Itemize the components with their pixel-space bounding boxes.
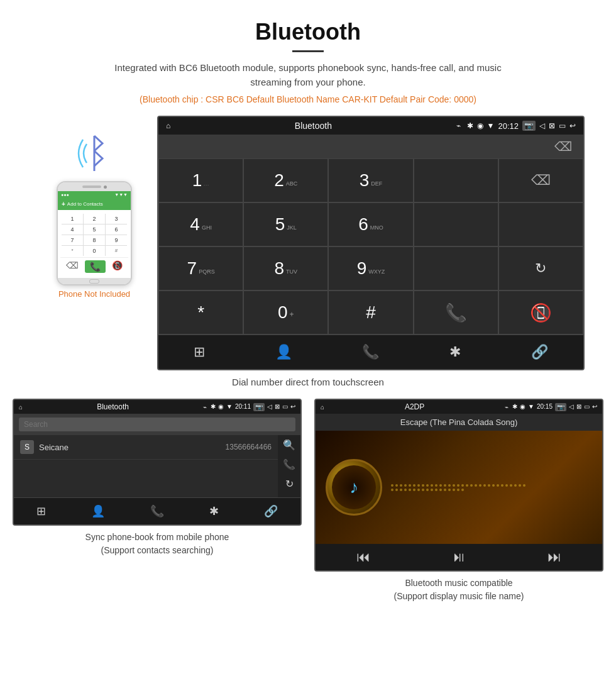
next-track-button[interactable]: ⏭ — [547, 549, 561, 565]
prev-track-button[interactable]: ⏮ — [356, 549, 370, 565]
phone-key-4[interactable]: 4 — [62, 224, 83, 235]
pb-cam-icon: 📷 — [253, 403, 265, 411]
phonebook-item[interactable]: S Seicane 13566664466 — [14, 435, 278, 460]
play-pause-button[interactable]: ⏯ — [452, 549, 466, 565]
a2dp-caption-line1: Bluetooth music compatible — [405, 578, 512, 588]
key-empty-2 — [414, 202, 498, 246]
phonebook-caption-line2: (Support contacts searching) — [101, 545, 214, 555]
phone-key-1[interactable]: 1 — [62, 214, 83, 224]
pb-call-icon[interactable]: 📞 — [283, 458, 295, 470]
phonebook-caption: Sync phone-book from mobile phone (Suppo… — [85, 531, 229, 557]
key-call-red[interactable]: 📵 — [498, 290, 583, 335]
a2dp-x-icon: ⊠ — [576, 403, 581, 411]
pb-bt-icon: ✱ — [211, 403, 216, 411]
key-2[interactable]: 2ABC — [243, 158, 328, 202]
a2dp-rect-icon: ▭ — [584, 403, 590, 411]
back-status-icon: ↩ — [569, 121, 576, 130]
toolbar-grid-icon[interactable]: ⊞ — [184, 341, 215, 363]
key-empty-3 — [498, 202, 583, 246]
music-controls: ⏮ ⏯ ⏭ — [316, 544, 602, 570]
dial-display: ⌫ — [158, 135, 583, 158]
key-0[interactable]: 0+ — [243, 290, 328, 335]
phone-key-hash[interactable]: # — [106, 246, 127, 256]
title-divider — [292, 50, 324, 52]
pb-x-icon: ⊠ — [275, 403, 280, 411]
phone-del-btn[interactable]: ⌫ — [66, 260, 79, 273]
key-7[interactable]: 7PQRS — [158, 246, 243, 290]
key-8[interactable]: 8TUV — [243, 246, 328, 290]
a2dp-usb-icon: ⌁ — [505, 404, 509, 411]
toolbar-link-icon[interactable]: 🔗 — [521, 341, 558, 363]
a2dp-car-screen: ⌂ A2DP ⌁ ✱ ◉ ▼ 20:15 📷 ◁ ⊠ ▭ ↩ Escape (T… — [314, 399, 603, 572]
phonebook-search-bar — [14, 414, 300, 435]
phone-key-7[interactable]: 7 — [62, 235, 83, 245]
key-reload[interactable]: ↻ — [498, 246, 583, 290]
key-3[interactable]: 3DEF — [328, 158, 413, 202]
car-time: 20:12 — [498, 121, 519, 131]
key-empty-4 — [414, 246, 498, 290]
song-title-text: Escape (The Pina Colada Song) — [400, 418, 517, 427]
bottom-toolbar: ⊞ 👤 📞 ✱ 🔗 — [158, 335, 583, 369]
key-backspace[interactable]: ⌫ — [498, 158, 583, 202]
phone-status-bar: ●●● ▼▼▼ — [58, 191, 131, 198]
phone-home-circle — [89, 279, 99, 284]
pb-toolbar-user[interactable]: 👤 — [81, 502, 115, 521]
pb-toolbar-phone[interactable]: 📞 — [140, 502, 174, 521]
a2dp-status-bar: ⌂ A2DP ⌁ ✱ ◉ ▼ 20:15 📷 ◁ ⊠ ▭ ↩ — [316, 400, 602, 414]
pb-toolbar-link[interactable]: 🔗 — [254, 502, 288, 521]
phone-mockup-wrapper: ●●● ▼▼▼ Add to Contacts 1 2 3 4 5 6 7 8 … — [31, 116, 157, 299]
pb-contact-name: Seicane — [39, 443, 226, 452]
pb-list-area: S Seicane 13566664466 — [14, 435, 278, 497]
car-status-icons: ✱ ◉ ▼ 20:12 📷 ◁ ⊠ ▭ ↩ — [467, 121, 576, 131]
phone-key-5[interactable]: 5 — [84, 224, 105, 235]
pb-main-area: S Seicane 13566664466 🔍 📞 ↻ — [14, 435, 300, 497]
pb-time: 20:11 — [235, 403, 251, 411]
phone-end-btn[interactable]: 📵 — [112, 260, 123, 273]
key-empty-1 — [414, 158, 498, 202]
a2dp-caption: Bluetooth music compatible (Support disp… — [394, 577, 524, 603]
album-inner: ♪ — [332, 465, 376, 509]
pb-loc-icon: ◉ — [218, 403, 224, 411]
phone-key-8[interactable]: 8 — [84, 235, 105, 245]
phone-home-button[interactable] — [58, 278, 131, 284]
pb-home-icon[interactable]: ⌂ — [19, 404, 23, 411]
key-hash[interactable]: # — [328, 290, 413, 335]
phone-key-6[interactable]: 6 — [106, 224, 127, 235]
key-9[interactable]: 9WXYZ — [328, 246, 413, 290]
pb-search-icon[interactable]: 🔍 — [283, 439, 295, 451]
signal-status-icon: ▼ — [487, 121, 495, 130]
phone-call-btn[interactable]: 📞 — [85, 260, 106, 273]
key-call-green[interactable]: 📞 — [414, 290, 498, 335]
key-5[interactable]: 5JKL — [243, 202, 328, 246]
phonebook-search-input[interactable] — [19, 418, 295, 431]
subtitle-text: Integrated with BC6 Bluetooth module, su… — [94, 61, 522, 89]
bt-status-icon: ✱ — [467, 121, 473, 130]
phone-key-0[interactable]: 0 — [84, 246, 105, 256]
pb-toolbar-grid[interactable]: ⊞ — [26, 502, 56, 521]
pb-toolbar-bt[interactable]: ✱ — [199, 502, 229, 521]
backspace-button[interactable]: ⌫ — [551, 135, 576, 158]
toolbar-bluetooth-icon[interactable]: ✱ — [439, 341, 471, 363]
key-1[interactable]: 1﹍ — [158, 158, 243, 202]
pb-empty-area — [14, 460, 278, 497]
phone-key-9[interactable]: 9 — [106, 235, 127, 245]
phone-camera — [104, 185, 107, 189]
pb-icon-column: 🔍 📞 ↻ — [278, 435, 300, 497]
toolbar-phone-icon[interactable]: 📞 — [352, 341, 389, 363]
a2dp-caption-line2: (Support display music file name) — [394, 591, 524, 601]
phone-not-included-label: Phone Not Included — [58, 289, 130, 299]
phone-key-2[interactable]: 2 — [84, 214, 105, 224]
phone-key-star[interactable]: * — [62, 246, 83, 256]
car-status-bar: ⌂ Bluetooth ⌁ ✱ ◉ ▼ 20:12 📷 ◁ ⊠ ▭ ↩ — [158, 117, 583, 135]
toolbar-contacts-icon[interactable]: 👤 — [265, 341, 302, 363]
key-6[interactable]: 6MNO — [328, 202, 413, 246]
pb-screen-title: Bluetooth — [26, 402, 199, 411]
x-status-icon: ⊠ — [549, 121, 555, 130]
phone-speaker — [82, 185, 101, 188]
key-4[interactable]: 4GHI — [158, 202, 243, 246]
phone-key-3[interactable]: 3 — [106, 214, 127, 224]
key-star[interactable]: * — [158, 290, 243, 335]
car-home-icon[interactable]: ⌂ — [166, 121, 170, 130]
a2dp-home-icon[interactable]: ⌂ — [321, 404, 324, 411]
pb-refresh-icon[interactable]: ↻ — [285, 478, 294, 490]
